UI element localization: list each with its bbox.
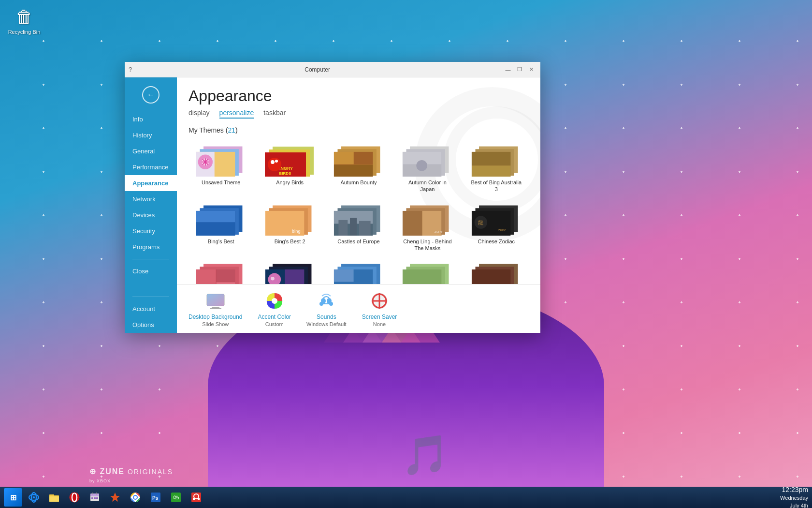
taskbar-unknown-app[interactable] [105, 488, 125, 507]
theme-preview-castles-europe [333, 201, 385, 237]
taskbar: ⊞ [0, 487, 812, 508]
taskbar-chrome[interactable] [126, 488, 145, 507]
theme-castles-europe[interactable]: Castles of Europe [326, 199, 391, 254]
taskbar-store[interactable]: 🛍 [166, 488, 186, 507]
theme-unsaved[interactable]: Unsaved Theme [188, 140, 253, 195]
svg-rect-129 [49, 496, 59, 502]
theme-name-bing-aus: Best of Bing Australia 3 [470, 179, 522, 193]
minimize-button[interactable]: — [503, 65, 513, 74]
taskbar-time-value: 12:23pm [780, 485, 808, 495]
taskbar-apps: Ps 🛍 [24, 488, 780, 507]
theme-classic-manga[interactable]: Classic Manga Action [188, 257, 253, 284]
svg-text:龍: 龍 [478, 220, 483, 225]
bottom-sounds[interactable]: Sounds Windows Default [306, 290, 347, 327]
svg-rect-31 [334, 152, 354, 164]
taskbar-clock[interactable]: 12:23pm Wednesday July 4th [780, 485, 808, 508]
content-header: Appearance display personalize taskbar [177, 77, 540, 123]
taskbar-ie[interactable] [24, 488, 44, 507]
bottom-bar: Desktop Background Slide Show [177, 284, 540, 333]
sidebar-item-devices[interactable]: Devices [125, 207, 177, 223]
svg-text:BIRDS: BIRDS [279, 171, 291, 176]
sidebar-item-account[interactable]: Account [125, 301, 177, 317]
window-controls: — ❒ ✕ [503, 65, 536, 74]
svg-rect-33 [334, 164, 373, 177]
sidebar-item-close[interactable]: Close [125, 263, 177, 279]
sidebar-item-performance[interactable]: Performance [125, 159, 177, 175]
svg-rect-112 [210, 308, 221, 309]
sidebar-item-history[interactable]: History [125, 127, 177, 143]
restore-button[interactable]: ❒ [514, 65, 525, 74]
svg-rect-43 [472, 152, 510, 165]
svg-point-126 [33, 496, 35, 498]
svg-text:zune!: zune! [435, 229, 444, 234]
theme-preview-angry-birds: ANGRY BIRDS [264, 142, 316, 178]
start-button[interactable]: ⊞ [4, 488, 22, 507]
sidebar-item-programs[interactable]: Programs [125, 239, 177, 255]
recycling-bin[interactable]: 🗑 Recycling Bin [5, 5, 44, 37]
zune-logo: ⊕ ZUNE ORIGINALSby XBOX [89, 467, 173, 484]
theme-preview-synced [264, 259, 316, 284]
theme-name-angry-birds: Angry Birds [276, 179, 304, 186]
tab-personalize[interactable]: personalize [219, 109, 254, 119]
theme-preview-bings-best-2: bing [264, 201, 316, 237]
theme-preview-cheng-ling: zune! [401, 201, 453, 237]
svg-marker-141 [110, 493, 120, 502]
bottom-desktop-bg[interactable]: Desktop Background Slide Show [188, 290, 242, 327]
theme-bings-best[interactable]: bing Bing's Best [188, 199, 253, 254]
theme-bing-aus[interactable]: bing Best of Bing Australia 3 [464, 140, 529, 195]
sidebar-item-general[interactable]: General [125, 143, 177, 159]
theme-preview-unsaved [195, 142, 247, 178]
sidebar-item-options[interactable]: Options [125, 317, 177, 333]
sidebar-item-network[interactable]: Network [125, 191, 177, 207]
svg-rect-49 [196, 211, 235, 223]
theme-zune1[interactable]: zune! Zune Theme [395, 257, 460, 284]
bottom-accent-color[interactable]: Accent Color Custom [258, 290, 291, 327]
taskbar-file-explorer[interactable] [44, 488, 64, 507]
accent-color-icon [264, 290, 285, 312]
tab-display[interactable]: display [188, 109, 210, 119]
svg-rect-76 [196, 269, 216, 284]
sidebar-divider-2 [132, 297, 169, 297]
taskbar-date-full: July 4th [780, 502, 808, 508]
theme-windows-li[interactable]: Windows Li... Windows Li... [326, 257, 391, 284]
sidebar-item-appearance[interactable]: Appearance [125, 175, 177, 191]
theme-bings-best-2[interactable]: bing Bing's Best 2 [257, 199, 322, 254]
taskbar-calendar[interactable] [85, 488, 104, 507]
theme-name-chinese-zodiac: Chinese Zodiac [478, 238, 515, 245]
taskbar-opera[interactable] [65, 488, 84, 507]
themes-scroll[interactable]: Unsaved Theme ANGRY BIRDS [177, 136, 540, 284]
sidebar-item-info[interactable]: Info [125, 111, 177, 127]
svg-point-84 [271, 277, 275, 281]
screen-saver-icon [369, 290, 390, 312]
taskbar-photoshop[interactable]: Ps [146, 488, 165, 507]
main-window: ? Computer — ❒ ✕ ← Info History General … [125, 62, 540, 333]
tab-taskbar[interactable]: taskbar [263, 109, 286, 119]
bottom-screen-saver[interactable]: Screen Saver None [362, 290, 397, 327]
svg-rect-61 [359, 221, 371, 235]
svg-rect-82 [285, 269, 304, 284]
svg-rect-77 [217, 269, 235, 282]
svg-point-38 [417, 160, 428, 171]
theme-angry-birds[interactable]: ANGRY BIRDS Angry Birds [257, 140, 322, 195]
taskbar-music[interactable] [187, 488, 206, 507]
taskbar-date-day: Wednesday [780, 494, 808, 502]
theme-autumn-japan[interactable]: Autumn Color in Japan [395, 140, 460, 195]
svg-rect-88 [334, 269, 354, 282]
help-button[interactable]: ? [129, 66, 132, 73]
theme-zune2[interactable]: zune! Zune Theme 2 [464, 257, 529, 284]
theme-autumn-bounty[interactable]: Autumn Bounty [326, 140, 391, 195]
theme-chinese-zodiac[interactable]: zune 龍 Chinese Zodiac [464, 199, 529, 254]
close-button[interactable]: ✕ [526, 65, 536, 74]
sidebar-item-security[interactable]: Security [125, 223, 177, 239]
svg-text:zune: zune [498, 228, 506, 232]
theme-name-bings-best: Bing's Best [208, 238, 234, 245]
theme-preview-autumn-japan [401, 142, 453, 178]
theme-cheng-ling[interactable]: zune! Cheng Ling - Behind The Masks [395, 199, 460, 254]
back-button[interactable]: ← [142, 86, 160, 104]
sounds-sublabel: Windows Default [306, 321, 347, 327]
recycling-bin-label: Recycling Bin [8, 29, 41, 35]
themes-grid: Unsaved Theme ANGRY BIRDS [188, 140, 529, 284]
theme-synced[interactable]: Synced Theme [257, 257, 322, 284]
svg-rect-60 [350, 218, 357, 236]
svg-rect-152 [198, 498, 200, 500]
